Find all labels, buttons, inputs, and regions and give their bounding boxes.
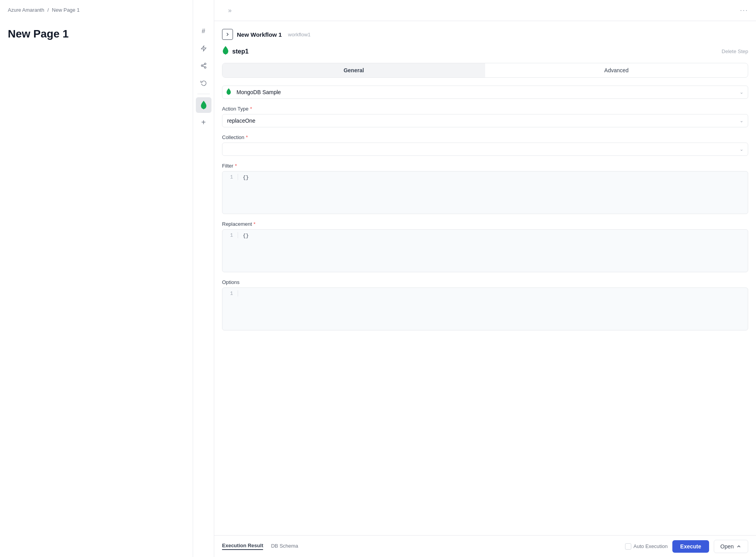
svg-line-5 [202, 64, 204, 65]
options-code-editor[interactable]: 1 [222, 287, 748, 330]
options-label: Options [222, 279, 748, 285]
collection-field-group: Collection * ⌄ [222, 134, 748, 156]
tab-general[interactable]: General [222, 63, 485, 77]
filter-line-1: 1 {} [222, 171, 748, 184]
collection-required: * [246, 134, 248, 140]
options-line-1: 1 [222, 288, 748, 299]
action-type-select-wrapper: replaceOne ⌄ [222, 114, 748, 127]
datasource-field-group: MongoDB Sample ⌄ [222, 86, 748, 99]
add-step-button[interactable]: + [196, 114, 211, 130]
right-panel: » ··· New Workflow 1 workflow1 step1 [214, 0, 756, 557]
datasource-leaf-icon [226, 88, 231, 96]
sidebar-icons: # + [193, 0, 214, 557]
workflow-icon [222, 29, 233, 40]
replacement-label: Replacement * [222, 221, 748, 227]
tab-execution-result[interactable]: Execution Result [222, 543, 263, 550]
datasource-select[interactable]: MongoDB Sample [222, 86, 748, 99]
collection-select-wrapper: ⌄ [222, 143, 748, 156]
svg-line-4 [202, 66, 204, 67]
svg-marker-0 [201, 46, 206, 51]
action-type-label: Action Type * [222, 106, 748, 112]
left-panel: Azure Amaranth / New Page 1 New Page 1 #… [0, 0, 214, 557]
tab-advanced[interactable]: Advanced [485, 63, 748, 77]
replacement-line-1: 1 {} [222, 230, 748, 242]
replacement-code-content: {} [238, 232, 254, 239]
breadcrumb-separator: / [47, 7, 49, 13]
top-bar: » ··· [214, 0, 756, 21]
delete-step-button[interactable]: Delete Step [722, 48, 748, 54]
auto-execution-checkbox[interactable] [625, 543, 631, 550]
breadcrumb: Azure Amaranth / New Page 1 [0, 0, 214, 20]
tabs-container: General Advanced [222, 63, 748, 78]
bottom-actions: Auto Execution Execute Open [625, 540, 748, 553]
share-icon-button[interactable] [196, 58, 211, 73]
action-type-field-group: Action Type * replaceOne ⌄ [222, 106, 748, 127]
options-code-content [238, 290, 247, 292]
main-content: New Workflow 1 workflow1 step1 Delete St… [214, 21, 756, 535]
replacement-code-editor[interactable]: 1 {} [222, 229, 748, 272]
page-title: New Page 1 [0, 20, 214, 48]
auto-execution-label: Auto Execution [625, 543, 668, 550]
svg-point-2 [201, 65, 203, 66]
replacement-line-number: 1 [222, 232, 238, 238]
filter-code-editor[interactable]: 1 {} [222, 171, 748, 214]
action-type-select[interactable]: replaceOne [222, 114, 748, 127]
top-bar-left: » [222, 3, 238, 18]
replacement-field-group: Replacement * 1 {} [222, 221, 748, 272]
step-name: step1 [232, 48, 249, 55]
svg-point-1 [204, 63, 206, 64]
breadcrumb-current: New Page 1 [52, 7, 80, 13]
mongodb-leaf-sidebar-button[interactable] [196, 97, 211, 113]
replacement-required: * [254, 221, 256, 227]
collection-select[interactable] [222, 143, 748, 156]
lightning-icon-button[interactable] [196, 41, 211, 56]
datasource-select-wrapper: MongoDB Sample ⌄ [222, 86, 748, 99]
svg-point-3 [204, 67, 206, 68]
step-leaf-icon [222, 46, 229, 57]
bottom-tabs: Execution Result DB Schema [222, 543, 298, 550]
step-title: step1 [222, 46, 249, 57]
history-icon-button[interactable] [196, 75, 211, 91]
bottom-bar: Execution Result DB Schema Auto Executio… [214, 535, 756, 557]
execute-button[interactable]: Execute [672, 540, 709, 553]
workflow-name: New Workflow 1 [237, 31, 282, 38]
filter-line-number: 1 [222, 174, 238, 180]
options-line-number: 1 [222, 290, 238, 296]
options-field-group: Options 1 [222, 279, 748, 330]
app-name: Azure Amaranth [8, 7, 44, 13]
sidebar-divider [197, 94, 210, 94]
filter-code-content: {} [238, 174, 254, 181]
filter-required: * [235, 163, 237, 169]
action-type-required: * [250, 106, 252, 112]
filter-field-group: Filter * 1 {} [222, 163, 748, 214]
open-button[interactable]: Open [714, 540, 748, 553]
step-header: step1 Delete Step [222, 46, 748, 57]
hash-icon-button[interactable]: # [196, 23, 211, 39]
tab-db-schema[interactable]: DB Schema [271, 543, 298, 550]
workflow-header: New Workflow 1 workflow1 [222, 29, 748, 40]
workflow-id: workflow1 [288, 32, 311, 37]
collection-label: Collection * [222, 134, 748, 140]
expand-panel-button[interactable]: » [222, 3, 238, 18]
filter-label: Filter * [222, 163, 748, 169]
more-options-button[interactable]: ··· [740, 6, 748, 14]
